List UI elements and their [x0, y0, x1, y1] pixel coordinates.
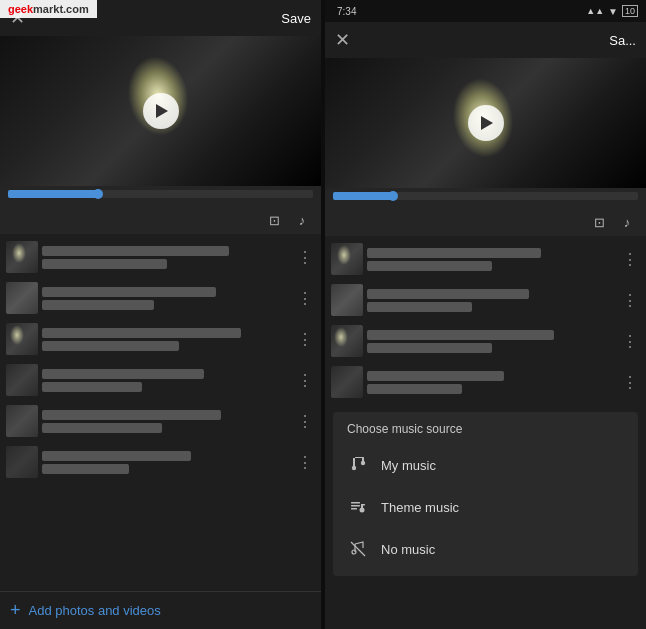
right-clip-2-content: [367, 289, 616, 312]
left-save-button[interactable]: Save: [281, 11, 311, 26]
music-menu-title: Choose music source: [333, 418, 638, 444]
svg-rect-8: [351, 508, 357, 510]
right-status-bar: 7:34 ▲▲ ▼ 10: [325, 0, 646, 22]
left-clips-list: ⋮ ⋮ ⋮: [0, 234, 321, 591]
right-clips-list: ⋮ ⋮ ⋮: [325, 236, 646, 406]
right-video-preview: [325, 58, 646, 188]
right-clip-1-menu[interactable]: ⋮: [620, 250, 640, 269]
left-music-icon[interactable]: ♪: [291, 209, 313, 231]
right-music-menu: Choose music source My music: [333, 412, 638, 576]
svg-rect-11: [361, 504, 365, 506]
left-clip-bar-5b: [42, 423, 162, 433]
left-video-preview: [0, 36, 321, 186]
right-icon-row: ⊡ ♪: [325, 208, 646, 236]
left-add-bar[interactable]: + Add photos and videos: [0, 591, 321, 629]
left-clip-bar-2a: [42, 287, 216, 297]
right-clip-bar-4a: [367, 371, 504, 381]
left-clip-bar-3a: [42, 328, 241, 338]
left-clip-3-menu[interactable]: ⋮: [295, 330, 315, 349]
right-timeline-track[interactable]: [333, 192, 638, 200]
left-clip-6-content: [42, 451, 291, 474]
status-time: 7:34: [337, 6, 356, 17]
left-clip-4: ⋮: [0, 361, 321, 399]
right-clip-4-menu[interactable]: ⋮: [620, 373, 640, 392]
left-add-label: Add photos and videos: [29, 603, 161, 618]
my-music-label: My music: [381, 458, 436, 473]
right-timeline-scrubber[interactable]: [388, 191, 398, 201]
right-clip-bar-3b: [367, 343, 492, 353]
right-thumb-2: [331, 284, 363, 316]
status-signal: ▲▲: [586, 6, 604, 16]
right-play-button[interactable]: [468, 105, 504, 141]
theme-music-icon: [347, 496, 369, 518]
status-wifi: ▼: [608, 6, 618, 17]
my-music-icon: [347, 454, 369, 476]
left-timeline-track[interactable]: [8, 190, 313, 198]
right-thumb-4: [331, 366, 363, 398]
left-clip-5-menu[interactable]: ⋮: [295, 412, 315, 431]
right-clip-bar-2b: [367, 302, 472, 312]
svg-rect-6: [351, 502, 360, 504]
left-clip-bar-5a: [42, 410, 221, 420]
left-clip-2-content: [42, 287, 291, 310]
left-clip-3-content: [42, 328, 291, 351]
left-clip-1-menu[interactable]: ⋮: [295, 248, 315, 267]
right-close-button[interactable]: ✕: [335, 29, 350, 51]
right-clip-4-content: [367, 371, 616, 394]
right-panel: 7:34 ▲▲ ▼ 10 ✕ Sa... ⊡ ♪: [325, 0, 646, 629]
right-clip-bar-2a: [367, 289, 529, 299]
left-timeline: [0, 186, 321, 206]
left-clip-6: ⋮: [0, 443, 321, 481]
left-clip-bar-6b: [42, 464, 129, 474]
left-thumb-2: [6, 282, 38, 314]
watermark: geekmarkt.com: [0, 0, 97, 18]
left-clip-5-content: [42, 410, 291, 433]
left-clip-bar-4a: [42, 369, 204, 379]
right-clip-2-menu[interactable]: ⋮: [620, 291, 640, 310]
watermark-prefix: geek: [8, 3, 33, 15]
right-save-button[interactable]: Sa...: [609, 33, 636, 48]
right-thumb-3: [331, 325, 363, 357]
right-clip-3-content: [367, 330, 616, 353]
right-timeline-progress: [333, 192, 394, 200]
left-clip-1-content: [42, 246, 291, 269]
music-option-theme-music[interactable]: Theme music: [333, 486, 638, 528]
right-clip-bar-1b: [367, 261, 492, 271]
left-clip-2-menu[interactable]: ⋮: [295, 289, 315, 308]
left-thumb-4: [6, 364, 38, 396]
theme-music-label: Theme music: [381, 500, 459, 515]
right-timeline: [325, 188, 646, 208]
left-clip-4-content: [42, 369, 291, 392]
svg-rect-1: [355, 457, 363, 458]
left-thumb-5: [6, 405, 38, 437]
left-timeline-scrubber[interactable]: [93, 189, 103, 199]
left-clip-bar-4b: [42, 382, 142, 392]
right-clip-bar-1a: [367, 248, 541, 258]
left-clip-3: ⋮: [0, 320, 321, 358]
music-option-no-music[interactable]: No music: [333, 528, 638, 570]
watermark-suffix: markt.com: [33, 3, 89, 15]
left-thumb-1: [6, 241, 38, 273]
right-clip-bar-4b: [367, 384, 462, 394]
right-clip-3-menu[interactable]: ⋮: [620, 332, 640, 351]
right-thumb-1: [331, 243, 363, 275]
right-music-icon[interactable]: ♪: [616, 211, 638, 233]
music-option-my-music[interactable]: My music: [333, 444, 638, 486]
left-clip-bar-2b: [42, 300, 154, 310]
left-clip-4-menu[interactable]: ⋮: [295, 371, 315, 390]
right-clip-bar-3a: [367, 330, 554, 340]
no-music-icon: [347, 538, 369, 560]
left-clip-bar-6a: [42, 451, 191, 461]
left-expand-icon[interactable]: ⊡: [263, 209, 285, 231]
no-music-label: No music: [381, 542, 435, 557]
right-expand-icon[interactable]: ⊡: [588, 211, 610, 233]
left-panel: ✕ Save ⊡ ♪ ⋮: [0, 0, 321, 629]
status-battery: 10: [622, 5, 638, 17]
left-add-icon: +: [10, 600, 21, 621]
left-timeline-progress: [8, 190, 100, 198]
left-clip-1: ⋮: [0, 238, 321, 276]
left-clip-6-menu[interactable]: ⋮: [295, 453, 315, 472]
svg-point-5: [361, 461, 365, 465]
right-toolbar: ✕ Sa...: [325, 22, 646, 58]
left-play-button[interactable]: [143, 93, 179, 129]
